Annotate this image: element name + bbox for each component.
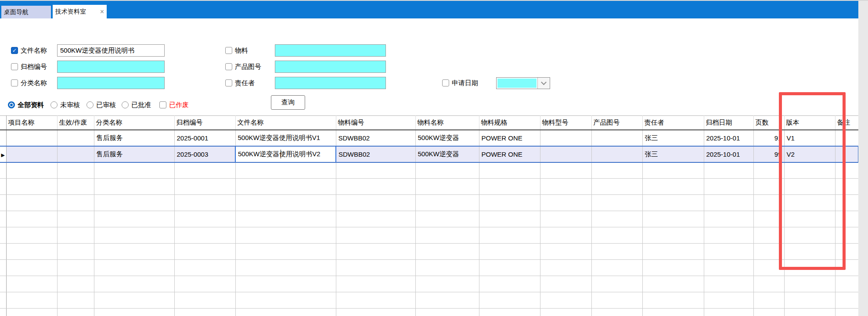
column-header-material_name[interactable]: 物料名称	[415, 116, 479, 130]
empty-cell	[235, 195, 336, 211]
filename-filter-input[interactable]	[57, 44, 165, 57]
cell-owner[interactable]: 张三	[642, 130, 704, 146]
cell-material_no[interactable]: SDWBB02	[336, 130, 415, 146]
cell-project[interactable]	[6, 146, 57, 162]
row-selector-cell[interactable]	[0, 130, 6, 146]
cell-material_name[interactable]: 500KW逆变器	[415, 130, 479, 146]
radio-reviewed[interactable]	[86, 101, 94, 108]
cell-category[interactable]: 售后服务	[94, 146, 174, 162]
cell-archive_no[interactable]: 2025-0001	[174, 130, 235, 146]
empty-cell	[479, 292, 540, 309]
cell-product_drawing_no[interactable]	[591, 130, 642, 146]
radio-all-documents[interactable]	[8, 101, 15, 108]
category-filter-input[interactable]	[57, 77, 165, 89]
empty-cell	[704, 244, 753, 260]
dropdown-button[interactable]	[537, 78, 550, 89]
empty-cell	[835, 276, 858, 292]
empty-cell	[336, 309, 415, 316]
owner-filter-checkbox[interactable]: ✓	[225, 79, 232, 86]
empty-cell	[704, 211, 753, 227]
tab-technical-archive[interactable]: 技术资料室 ×	[53, 5, 107, 18]
cell-product_drawing_no[interactable]	[591, 146, 642, 162]
column-header-owner[interactable]: 责任者	[642, 116, 704, 130]
cell-file_name[interactable]: 500KW逆变器使用说明书V1	[235, 130, 336, 146]
cell-material_spec[interactable]: POWER ONE	[479, 146, 540, 162]
owner-filter-input[interactable]	[275, 77, 386, 89]
column-header-status[interactable]: 生效/作废	[57, 116, 94, 130]
row-selector-cell[interactable]: ▶	[0, 146, 6, 162]
product-drawing-filter-checkbox[interactable]: ✓	[225, 63, 232, 70]
empty-cell	[174, 211, 235, 227]
cell-material_model[interactable]	[540, 146, 591, 162]
empty-cell	[174, 195, 235, 211]
empty-cell	[336, 292, 415, 309]
cell-material_spec[interactable]: POWER ONE	[479, 130, 540, 146]
close-tab-icon[interactable]: ×	[100, 8, 104, 16]
cell-category[interactable]: 售后服务	[94, 130, 174, 146]
cell-archive_date[interactable]: 2025-10-01	[704, 130, 753, 146]
cell-status[interactable]	[57, 130, 94, 146]
voided-filter-checkbox[interactable]: ✓	[159, 101, 166, 108]
cell-material_no[interactable]: SDWBB02	[336, 146, 415, 162]
empty-cell	[540, 211, 591, 227]
empty-cell	[642, 195, 704, 211]
radio-label: 已审核	[96, 101, 116, 109]
check-icon: ✓	[12, 48, 17, 53]
column-header-material_model[interactable]: 物料型号	[540, 116, 591, 130]
material-filter-input[interactable]	[275, 44, 386, 57]
column-header-archive_no[interactable]: 归档编号	[174, 116, 235, 130]
empty-cell	[336, 195, 415, 211]
column-header-project[interactable]: 项目名称	[6, 116, 57, 130]
table-row[interactable]: 售后服务2025-0001500KW逆变器使用说明书V1SDWBB02500KW…	[0, 130, 858, 146]
empty-cell	[540, 244, 591, 260]
empty-table-row	[0, 276, 858, 292]
radio-approved[interactable]	[122, 101, 129, 108]
radio-unreviewed[interactable]	[50, 101, 58, 108]
filename-filter-checkbox[interactable]: ✓	[11, 47, 18, 54]
cell-project[interactable]	[6, 130, 57, 146]
archive-no-filter-checkbox[interactable]: ✓	[11, 63, 18, 70]
empty-cell	[784, 292, 835, 309]
tab-label: 技术资料室	[55, 8, 86, 16]
empty-cell	[94, 260, 174, 276]
empty-cell	[479, 195, 540, 211]
category-filter-checkbox[interactable]: ✓	[11, 79, 18, 86]
cell-material_model[interactable]	[540, 130, 591, 146]
cell-file_name[interactable]: 500KW逆变器使用说明书V2	[235, 146, 336, 162]
archive-no-filter-input[interactable]	[57, 61, 165, 73]
material-filter-checkbox[interactable]: ✓	[225, 47, 232, 54]
empty-cell	[540, 227, 591, 244]
cell-archive_date[interactable]: 2025-10-01	[704, 146, 753, 162]
apply-date-dropdown[interactable]	[496, 77, 550, 89]
column-header-product_drawing_no[interactable]: 产品图号	[591, 116, 642, 130]
cell-owner[interactable]: 张三	[642, 146, 704, 162]
column-header-material_no[interactable]: 物料编号	[336, 116, 415, 130]
empty-cell	[57, 292, 94, 309]
cell-status[interactable]	[57, 146, 94, 162]
column-header-archive_date[interactable]: 归档日期	[704, 116, 753, 130]
empty-cell	[94, 162, 174, 179]
empty-cell	[479, 211, 540, 227]
row-selector-cell	[0, 276, 6, 292]
column-header-category[interactable]: 分类名称	[94, 116, 174, 130]
tab-desktop-navigation[interactable]: 桌面导航	[1, 6, 51, 18]
apply-date-value	[497, 79, 537, 88]
empty-cell	[235, 260, 336, 276]
cell-material_name[interactable]: 500KW逆变器	[415, 146, 479, 162]
column-header-material_spec[interactable]: 物料规格	[479, 116, 540, 130]
apply-date-filter-checkbox[interactable]: ✓	[442, 79, 449, 86]
row-selector-cell	[0, 195, 6, 211]
query-button[interactable]: 查询	[271, 95, 305, 110]
empty-table-row	[0, 179, 858, 195]
empty-cell	[415, 162, 479, 179]
empty-cell	[479, 244, 540, 260]
product-drawing-filter-input[interactable]	[275, 61, 386, 73]
table-row[interactable]: ▶售后服务2025-0003500KW逆变器使用说明书V2SDWBB02500K…	[0, 146, 858, 162]
cell-archive_no[interactable]: 2025-0003	[174, 146, 235, 162]
empty-cell	[6, 227, 57, 244]
column-header-file_name[interactable]: 文件名称	[235, 116, 336, 130]
results-grid-container: 项目名称生效/作废分类名称归档编号文件名称物料编号物料名称物料规格物料型号产品图…	[0, 115, 858, 316]
empty-cell	[835, 309, 858, 316]
voided-filter-label: 已作废	[169, 101, 189, 109]
empty-cell	[784, 309, 835, 316]
